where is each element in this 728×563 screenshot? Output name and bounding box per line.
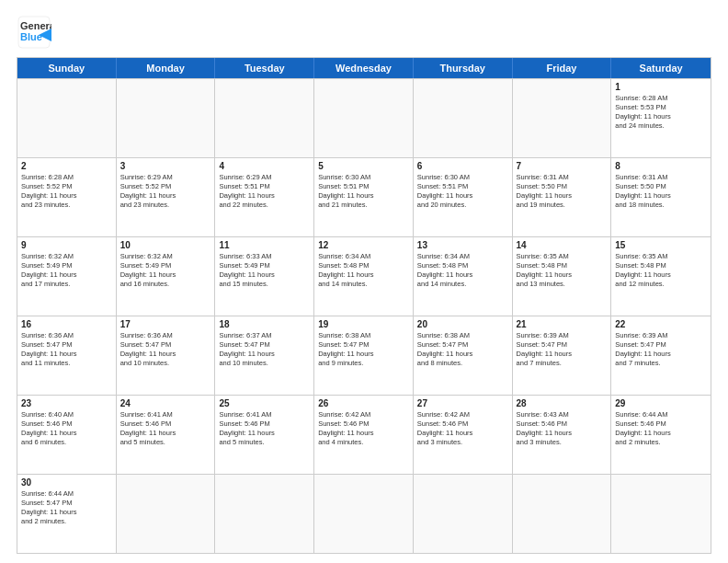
calendar-cell: 26Sunrise: 6:42 AM Sunset: 5:46 PM Dayli… — [314, 396, 414, 474]
cell-date-number: 9 — [21, 240, 112, 250]
cell-date-number: 1 — [615, 82, 707, 92]
calendar-cell — [17, 79, 117, 157]
calendar-row-2: 9Sunrise: 6:32 AM Sunset: 5:49 PM Daylig… — [17, 236, 711, 316]
calendar-cell — [513, 79, 612, 157]
cell-date-number: 26 — [318, 398, 409, 408]
calendar-row-3: 16Sunrise: 6:36 AM Sunset: 5:47 PM Dayli… — [17, 316, 711, 395]
cell-date-number: 16 — [21, 319, 112, 329]
calendar-cell: 6Sunrise: 6:30 AM Sunset: 5:51 PM Daylig… — [414, 158, 513, 236]
cell-date-number: 12 — [318, 240, 409, 250]
cell-date-number: 22 — [615, 319, 707, 329]
calendar-cell: 12Sunrise: 6:34 AM Sunset: 5:48 PM Dayli… — [314, 237, 414, 316]
calendar-cell: 21Sunrise: 6:39 AM Sunset: 5:47 PM Dayli… — [513, 316, 612, 395]
cell-sun-info: Sunrise: 6:34 AM Sunset: 5:48 PM Dayligh… — [318, 252, 409, 290]
cell-date-number: 5 — [318, 161, 409, 171]
cell-date-number: 8 — [615, 161, 707, 171]
cell-date-number: 29 — [615, 398, 707, 408]
cell-sun-info: Sunrise: 6:35 AM Sunset: 5:48 PM Dayligh… — [517, 252, 608, 290]
calendar: SundayMondayTuesdayWednesdayThursdayFrid… — [17, 57, 711, 554]
cell-sun-info: Sunrise: 6:39 AM Sunset: 5:47 PM Dayligh… — [517, 331, 608, 369]
calendar-cell: 1Sunrise: 6:28 AM Sunset: 5:53 PM Daylig… — [611, 79, 711, 157]
calendar-cell: 5Sunrise: 6:30 AM Sunset: 5:51 PM Daylig… — [314, 158, 414, 236]
cell-date-number: 19 — [318, 319, 409, 329]
calendar-cell: 10Sunrise: 6:32 AM Sunset: 5:49 PM Dayli… — [117, 237, 216, 316]
calendar-cell: 23Sunrise: 6:40 AM Sunset: 5:46 PM Dayli… — [17, 396, 117, 474]
calendar-cell: 29Sunrise: 6:44 AM Sunset: 5:46 PM Dayli… — [611, 396, 711, 474]
cell-sun-info: Sunrise: 6:30 AM Sunset: 5:51 PM Dayligh… — [318, 173, 409, 211]
cell-date-number: 2 — [21, 161, 112, 171]
calendar-cell: 17Sunrise: 6:36 AM Sunset: 5:47 PM Dayli… — [117, 316, 216, 395]
calendar-cell: 22Sunrise: 6:39 AM Sunset: 5:47 PM Dayli… — [611, 316, 711, 395]
day-header-saturday: Saturday — [611, 58, 711, 78]
cell-date-number: 24 — [120, 398, 211, 408]
calendar-cell: 7Sunrise: 6:31 AM Sunset: 5:50 PM Daylig… — [513, 158, 612, 236]
cell-sun-info: Sunrise: 6:31 AM Sunset: 5:50 PM Dayligh… — [615, 173, 707, 211]
cell-date-number: 23 — [21, 398, 112, 408]
calendar-cell — [215, 475, 314, 553]
calendar-cell — [215, 79, 314, 157]
cell-sun-info: Sunrise: 6:39 AM Sunset: 5:47 PM Dayligh… — [615, 331, 707, 369]
cell-sun-info: Sunrise: 6:37 AM Sunset: 5:47 PM Dayligh… — [219, 331, 310, 369]
day-header-thursday: Thursday — [414, 58, 513, 78]
cell-sun-info: Sunrise: 6:43 AM Sunset: 5:46 PM Dayligh… — [517, 410, 608, 448]
calendar-cell: 16Sunrise: 6:36 AM Sunset: 5:47 PM Dayli… — [17, 316, 117, 395]
calendar-cell — [414, 79, 513, 157]
cell-sun-info: Sunrise: 6:28 AM Sunset: 5:53 PM Dayligh… — [615, 94, 707, 132]
cell-sun-info: Sunrise: 6:41 AM Sunset: 5:46 PM Dayligh… — [219, 410, 310, 448]
cell-sun-info: Sunrise: 6:31 AM Sunset: 5:50 PM Dayligh… — [517, 173, 608, 211]
page: General Blue SundayMondayTuesdayWednesda… — [0, 0, 728, 563]
logo-area: General Blue — [17, 15, 51, 50]
cell-sun-info: Sunrise: 6:38 AM Sunset: 5:47 PM Dayligh… — [417, 331, 508, 369]
day-header-wednesday: Wednesday — [314, 58, 414, 78]
day-header-sunday: Sunday — [17, 58, 117, 78]
cell-sun-info: Sunrise: 6:44 AM Sunset: 5:46 PM Dayligh… — [615, 410, 707, 448]
cell-sun-info: Sunrise: 6:32 AM Sunset: 5:49 PM Dayligh… — [21, 252, 112, 290]
cell-date-number: 18 — [219, 319, 310, 329]
cell-sun-info: Sunrise: 6:32 AM Sunset: 5:49 PM Dayligh… — [120, 252, 211, 290]
calendar-cell: 9Sunrise: 6:32 AM Sunset: 5:49 PM Daylig… — [17, 237, 117, 316]
svg-text:Blue: Blue — [20, 31, 42, 42]
cell-sun-info: Sunrise: 6:30 AM Sunset: 5:51 PM Dayligh… — [417, 173, 508, 211]
calendar-row-4: 23Sunrise: 6:40 AM Sunset: 5:46 PM Dayli… — [17, 395, 711, 474]
cell-date-number: 21 — [517, 319, 608, 329]
header: General Blue — [17, 15, 711, 50]
calendar-cell: 18Sunrise: 6:37 AM Sunset: 5:47 PM Dayli… — [215, 316, 314, 395]
cell-date-number: 10 — [120, 240, 211, 250]
cell-date-number: 4 — [219, 161, 310, 171]
svg-text:General: General — [20, 20, 51, 31]
day-header-tuesday: Tuesday — [215, 58, 314, 78]
calendar-cell: 28Sunrise: 6:43 AM Sunset: 5:46 PM Dayli… — [513, 396, 612, 474]
calendar-cell — [314, 79, 414, 157]
calendar-cell — [611, 475, 711, 553]
logo-icon: General Blue — [17, 15, 51, 50]
day-header-monday: Monday — [117, 58, 216, 78]
calendar-header: SundayMondayTuesdayWednesdayThursdayFrid… — [17, 58, 711, 78]
cell-date-number: 14 — [517, 240, 608, 250]
cell-date-number: 7 — [517, 161, 608, 171]
calendar-cell: 8Sunrise: 6:31 AM Sunset: 5:50 PM Daylig… — [611, 158, 711, 236]
calendar-cell: 27Sunrise: 6:42 AM Sunset: 5:46 PM Dayli… — [414, 396, 513, 474]
calendar-cell: 30Sunrise: 6:44 AM Sunset: 5:47 PM Dayli… — [17, 475, 117, 553]
calendar-cell: 13Sunrise: 6:34 AM Sunset: 5:48 PM Dayli… — [414, 237, 513, 316]
calendar-cell — [117, 79, 216, 157]
calendar-cell: 19Sunrise: 6:38 AM Sunset: 5:47 PM Dayli… — [314, 316, 414, 395]
cell-sun-info: Sunrise: 6:38 AM Sunset: 5:47 PM Dayligh… — [318, 331, 409, 369]
cell-sun-info: Sunrise: 6:28 AM Sunset: 5:52 PM Dayligh… — [21, 173, 112, 211]
cell-date-number: 3 — [120, 161, 211, 171]
calendar-row-1: 2Sunrise: 6:28 AM Sunset: 5:52 PM Daylig… — [17, 157, 711, 236]
cell-sun-info: Sunrise: 6:40 AM Sunset: 5:46 PM Dayligh… — [21, 410, 112, 448]
cell-sun-info: Sunrise: 6:34 AM Sunset: 5:48 PM Dayligh… — [417, 252, 508, 290]
cell-date-number: 11 — [219, 240, 310, 250]
calendar-body: 1Sunrise: 6:28 AM Sunset: 5:53 PM Daylig… — [17, 78, 711, 553]
cell-sun-info: Sunrise: 6:41 AM Sunset: 5:46 PM Dayligh… — [120, 410, 211, 448]
cell-date-number: 30 — [21, 477, 112, 488]
calendar-cell: 4Sunrise: 6:29 AM Sunset: 5:51 PM Daylig… — [215, 158, 314, 236]
cell-date-number: 17 — [120, 319, 211, 329]
calendar-cell: 2Sunrise: 6:28 AM Sunset: 5:52 PM Daylig… — [17, 158, 117, 236]
calendar-cell: 25Sunrise: 6:41 AM Sunset: 5:46 PM Dayli… — [215, 396, 314, 474]
logo-wrapper: General Blue — [17, 15, 51, 50]
cell-date-number: 28 — [517, 398, 608, 408]
cell-sun-info: Sunrise: 6:36 AM Sunset: 5:47 PM Dayligh… — [21, 331, 112, 369]
cell-sun-info: Sunrise: 6:35 AM Sunset: 5:48 PM Dayligh… — [615, 252, 707, 290]
cell-sun-info: Sunrise: 6:29 AM Sunset: 5:52 PM Dayligh… — [120, 173, 211, 211]
